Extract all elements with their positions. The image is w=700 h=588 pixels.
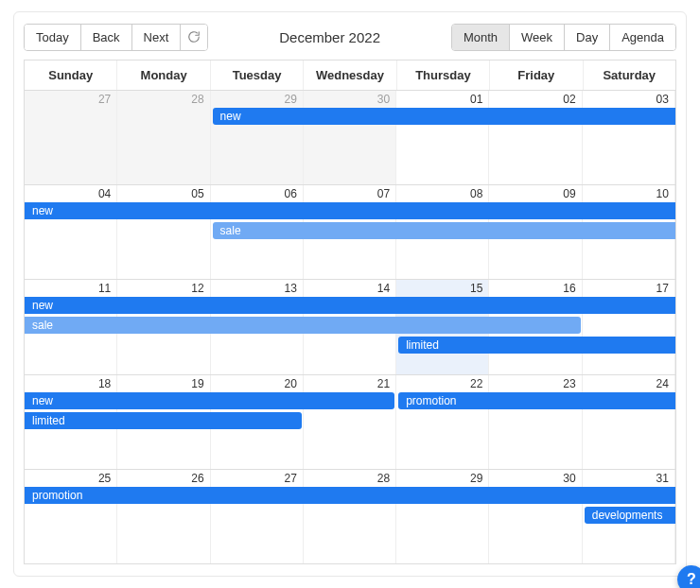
day-cell[interactable]: 02: [489, 91, 582, 184]
date-number: 28: [377, 472, 390, 485]
day-cell[interactable]: 28: [304, 470, 396, 563]
date-number: 12: [191, 282, 203, 295]
calendar-event[interactable]: new: [25, 297, 675, 314]
nav-button-group: Today Back Next: [24, 24, 208, 51]
day-cell[interactable]: 17: [583, 280, 675, 373]
back-button[interactable]: Back: [81, 25, 132, 50]
date-number: 24: [656, 377, 669, 390]
day-cell[interactable]: 29: [396, 470, 489, 563]
day-header: Tuesday: [211, 61, 304, 90]
date-number: 30: [377, 93, 390, 106]
date-number: 26: [191, 472, 203, 485]
calendar-event[interactable]: limited: [398, 337, 675, 354]
week-row: 25262728293031promotiondevelopments: [25, 470, 675, 563]
calendar-event[interactable]: developments: [585, 507, 675, 524]
day-cell[interactable]: 25: [25, 470, 117, 563]
date-number: 22: [470, 377, 482, 390]
day-cell[interactable]: 30: [304, 91, 396, 184]
date-number: 01: [470, 93, 482, 106]
month-grid: 27282930010203new04050607080910newsale11…: [24, 90, 676, 564]
date-number: 19: [191, 377, 203, 390]
date-number: 29: [470, 472, 482, 485]
date-number: 15: [470, 282, 482, 295]
day-cell[interactable]: 23: [489, 375, 582, 469]
view-day-button[interactable]: Day: [565, 25, 610, 50]
day-cell[interactable]: 05: [117, 185, 210, 279]
calendar-event[interactable]: sale: [213, 222, 675, 239]
calendar-title: December 2022: [208, 29, 451, 45]
view-button-group: Month Week Day Agenda: [451, 24, 676, 51]
date-number: 09: [563, 187, 575, 200]
week-row: 11121314151617newsalelimited: [25, 280, 675, 374]
calendar-event[interactable]: limited: [25, 412, 302, 429]
date-number: 21: [377, 377, 390, 390]
date-number: 13: [284, 282, 296, 295]
toolbar: Today Back Next December 2022 Month Week…: [24, 22, 676, 52]
day-cell[interactable]: 21: [304, 375, 396, 469]
date-number: 25: [98, 472, 111, 485]
calendar-card: Today Back Next December 2022 Month Week…: [13, 11, 687, 577]
day-header: Monday: [117, 61, 210, 90]
day-header: Wednesday: [304, 61, 396, 90]
date-number: 02: [563, 93, 575, 106]
date-number: 05: [191, 187, 203, 200]
week-row: 27282930010203new: [25, 91, 675, 185]
date-number: 27: [98, 93, 111, 106]
date-number: 16: [563, 282, 575, 295]
calendar-event[interactable]: new: [25, 202, 675, 219]
date-number: 29: [284, 93, 296, 106]
date-number: 14: [377, 282, 390, 295]
date-number: 08: [470, 187, 482, 200]
refresh-button[interactable]: [181, 25, 207, 50]
date-number: 30: [563, 472, 575, 485]
help-button[interactable]: ?: [677, 565, 700, 588]
next-button[interactable]: Next: [132, 25, 182, 50]
day-cell[interactable]: 01: [396, 91, 489, 184]
day-cell[interactable]: 04: [25, 185, 117, 279]
day-cell[interactable]: 22: [396, 375, 489, 469]
day-header: Friday: [490, 61, 583, 90]
day-header-row: Sunday Monday Tuesday Wednesday Thursday…: [24, 60, 676, 90]
view-week-button[interactable]: Week: [510, 25, 565, 50]
date-number: 11: [98, 282, 111, 295]
date-number: 03: [656, 93, 669, 106]
date-number: 23: [563, 377, 575, 390]
date-number: 27: [284, 472, 296, 485]
day-header: Sunday: [25, 61, 117, 90]
day-cell[interactable]: 28: [117, 91, 210, 184]
date-number: 17: [656, 282, 669, 295]
view-month-button[interactable]: Month: [452, 25, 510, 50]
calendar-event[interactable]: new: [213, 108, 675, 125]
calendar-event[interactable]: sale: [25, 317, 581, 334]
day-cell[interactable]: 03: [583, 91, 675, 184]
calendar-event[interactable]: promotion: [398, 392, 675, 409]
calendar-event[interactable]: promotion: [25, 487, 675, 504]
date-number: 06: [284, 187, 296, 200]
date-number: 04: [98, 187, 111, 200]
day-cell[interactable]: 30: [489, 470, 582, 563]
week-row: 18192021222324newpromotionlimited: [25, 375, 675, 470]
today-button[interactable]: Today: [25, 25, 81, 50]
day-cell[interactable]: 24: [583, 375, 675, 469]
date-number: 31: [656, 472, 669, 485]
view-agenda-button[interactable]: Agenda: [610, 25, 675, 50]
day-cell[interactable]: 26: [117, 470, 210, 563]
day-cell[interactable]: 27: [211, 470, 304, 563]
week-row: 04050607080910newsale: [25, 185, 675, 280]
date-number: 07: [377, 187, 390, 200]
day-header: Saturday: [584, 61, 675, 90]
refresh-icon: [187, 30, 201, 43]
date-number: 10: [656, 187, 669, 200]
calendar-event[interactable]: new: [25, 392, 394, 409]
date-number: 28: [191, 93, 203, 106]
day-header: Thursday: [397, 61, 490, 90]
date-number: 20: [284, 377, 296, 390]
date-number: 18: [98, 377, 111, 390]
day-cell[interactable]: 29: [211, 91, 304, 184]
day-cell[interactable]: 27: [25, 91, 117, 184]
